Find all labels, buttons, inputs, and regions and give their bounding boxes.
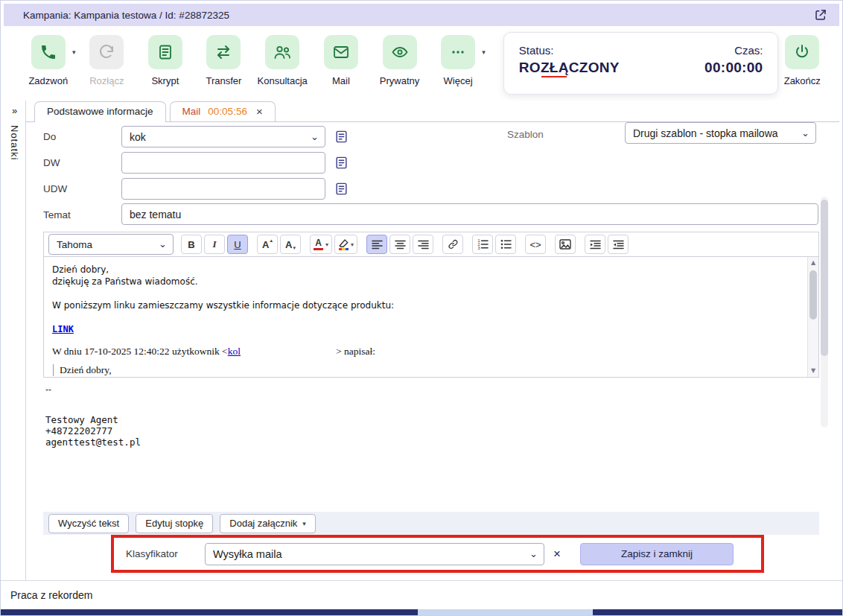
toolbar-private-button[interactable]: Prywatny (376, 35, 424, 86)
tab-podstawowe-informacje[interactable]: Podstawowe informacje (34, 101, 166, 122)
quoted-email-link[interactable]: kol (228, 346, 241, 357)
address-book-icon (334, 130, 349, 144)
eye-icon (391, 43, 409, 61)
more-dropdown-caret-icon[interactable]: ▾ (482, 48, 486, 56)
code-view-button[interactable]: <> (525, 235, 546, 254)
end-button-label: Zakończ (784, 75, 821, 86)
end-iconbox (785, 35, 819, 69)
align-center-icon (395, 240, 406, 250)
align-left-icon (372, 240, 383, 250)
subject-field[interactable] (121, 203, 818, 225)
outdent-icon (613, 240, 624, 250)
insert-link-button[interactable] (442, 235, 463, 254)
template-value: Drugi szablon - stopka mailowa (633, 127, 778, 139)
taskbar-highlight (418, 609, 593, 615)
tab-close-icon[interactable]: × (256, 106, 263, 117)
editor-scrollbar[interactable]: ▲ ▼ (807, 257, 818, 377)
dw-addressbook-button[interactable] (331, 153, 351, 172)
toolbar-mail-button[interactable]: Mail (317, 35, 365, 86)
transfer-arrows-icon (214, 43, 232, 61)
image-icon (559, 239, 571, 250)
taskbar-strip (1, 609, 842, 615)
unordered-list-button[interactable] (495, 235, 516, 254)
udw-field[interactable] (121, 178, 325, 200)
clear-text-button[interactable]: Wyczyść tekst (48, 514, 129, 533)
toolbar-end-button[interactable]: Zakończ (778, 35, 826, 86)
chevron-down-icon: ⌄ (529, 547, 538, 559)
notes-expand-icon[interactable]: » (12, 105, 17, 116)
script-iconbox (148, 35, 182, 69)
window-title: Kampania: Kampania testowa / Id: #288723… (23, 10, 229, 21)
to-value: kok (130, 131, 146, 143)
text-color-icon: A (314, 238, 323, 250)
scroll-down-icon[interactable]: ▼ (808, 366, 818, 376)
add-attachment-button[interactable]: Dodaj załącznik▾ (220, 514, 316, 533)
classifier-clear-button[interactable]: × (553, 547, 561, 560)
email-body-editor[interactable]: Dzień dobry, dziękuję za Państwa wiadomo… (43, 257, 819, 378)
ordered-list-button[interactable]: 123 (472, 235, 493, 254)
udw-addressbook-button[interactable] (331, 179, 351, 198)
ellipsis-icon (449, 43, 467, 61)
bold-button[interactable]: B (181, 235, 202, 254)
to-combobox[interactable]: kok ⌄ (121, 126, 325, 147)
ordered-list-icon: 123 (477, 239, 489, 250)
email-body-link[interactable]: LINK (52, 323, 74, 335)
body-line: Dzień dobry, (52, 264, 799, 276)
save-and-close-button[interactable]: Zapisz i zamknij (580, 543, 734, 565)
call-dropdown-caret-icon[interactable]: ▾ (72, 48, 76, 56)
private-button-label: Prywatny (380, 75, 419, 86)
text-color-button[interactable]: A ▾ (310, 235, 332, 254)
status-label: Status: (519, 44, 620, 57)
template-select[interactable]: Drugi szablon - stopka mailowa ⌄ (625, 122, 816, 144)
tab-bar: Podstawowe informacje Mail 00:05:56 × (26, 101, 839, 122)
signature-block: Testowy Agent +48722202777 agenttest@tes… (45, 414, 141, 448)
quoted-text: Dzień dobry, (53, 364, 799, 376)
align-center-button[interactable] (389, 235, 410, 254)
toolbar-script-button[interactable]: Skrypt (141, 35, 189, 86)
font-size-decrease-button[interactable]: A▾ (280, 235, 301, 254)
italic-button[interactable]: I (204, 235, 225, 254)
more-iconbox (441, 35, 475, 69)
editor-scrollbar-thumb[interactable] (809, 270, 817, 320)
hangup-iconbox (89, 35, 124, 69)
body-line: dziękuję za Państwa wiadomość. (52, 276, 799, 288)
panel-scrollbar[interactable] (821, 197, 828, 428)
align-right-button[interactable] (413, 235, 433, 254)
outdent-button[interactable] (608, 235, 629, 254)
align-left-button[interactable] (366, 235, 387, 254)
open-new-window-button[interactable] (812, 7, 829, 23)
toolbar-more-button[interactable]: ▾ Więcej (434, 35, 482, 86)
signature-email: agenttest@test.pl (45, 436, 141, 448)
toolbar-hangup-button: Rozłącz (83, 35, 131, 86)
toolbar-transfer-button[interactable]: Transfer (200, 35, 248, 86)
envelope-icon (332, 43, 350, 61)
email-editor: Tahoma ⌄ B I U A▴ A▾ A ▾ (43, 232, 819, 378)
highlight-color-button[interactable]: ▾ (334, 235, 357, 254)
dw-field[interactable] (121, 152, 325, 174)
tab-mail-label: Mail (182, 106, 201, 117)
font-size-increase-button[interactable]: A▴ (257, 235, 278, 254)
udw-label: UDW (43, 183, 67, 194)
edit-footer-button[interactable]: Edytuj stopkę (136, 514, 213, 533)
editor-toolbar: Tahoma ⌄ B I U A▴ A▾ A ▾ (43, 232, 819, 257)
quote-header: W dniu 17-10-2025 12:40:22 użytkownik <k… (52, 346, 799, 358)
tab-mail[interactable]: Mail 00:05:56 × (170, 101, 276, 121)
scroll-up-icon[interactable]: ▲ (808, 258, 818, 268)
editor-action-bar: Wyczyść tekst Edytuj stopkę Dodaj załącz… (43, 512, 819, 535)
link-icon (448, 239, 459, 250)
address-book-icon (334, 156, 349, 170)
panel-scrollbar-thumb[interactable] (821, 200, 828, 356)
toolbar-call-button[interactable]: ▾ Zadzwoń (25, 35, 72, 86)
dw-label: DW (43, 157, 60, 168)
call-toolbar: ▾ Zadzwoń Rozłącz Skrypt Transfer (4, 26, 839, 102)
to-addressbook-button[interactable] (331, 127, 351, 146)
classifier-select[interactable]: Wysyłka maila ⌄ (205, 543, 544, 565)
indent-button[interactable] (585, 235, 605, 254)
chevron-down-icon: ⌄ (311, 130, 319, 142)
work-status-text: Praca z rekordem (10, 589, 92, 601)
insert-image-button[interactable] (555, 235, 576, 254)
private-iconbox (383, 35, 417, 69)
font-family-select[interactable]: Tahoma ⌄ (48, 234, 174, 255)
toolbar-consultation-button[interactable]: Konsultacja (258, 35, 306, 86)
underline-button[interactable]: U (227, 235, 248, 254)
